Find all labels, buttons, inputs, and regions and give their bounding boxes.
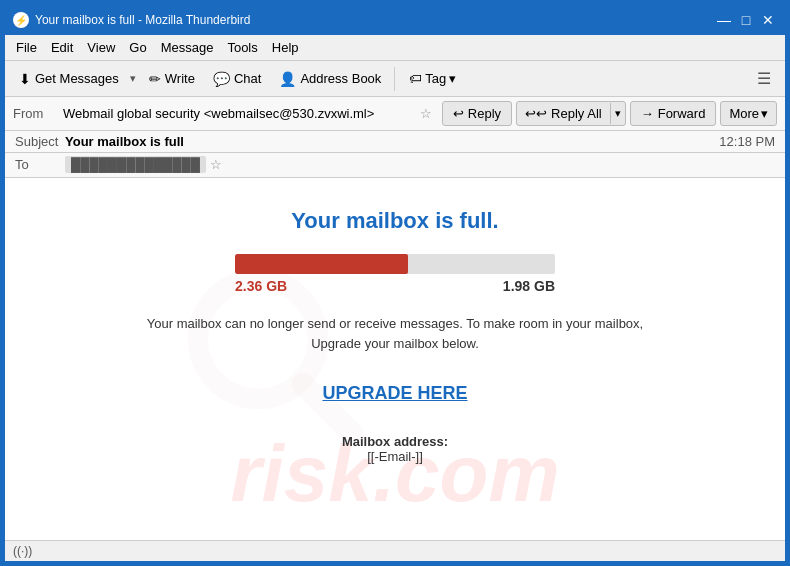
- get-messages-group: ⬇ Get Messages ▾: [11, 67, 139, 91]
- from-star-icon[interactable]: ☆: [420, 106, 432, 121]
- status-bar: ((·)): [5, 540, 785, 561]
- reply-all-dropdown[interactable]: ▾: [610, 103, 625, 124]
- email-timestamp: 12:18 PM: [719, 134, 775, 149]
- to-row: To ██████████████ ☆: [5, 153, 785, 178]
- chat-label: Chat: [234, 71, 261, 86]
- reply-all-label: Reply All: [551, 106, 602, 121]
- mailbox-info: Mailbox address: [[-Email-]]: [45, 434, 745, 464]
- get-messages-label: Get Messages: [35, 71, 119, 86]
- chat-icon: 💬: [213, 71, 230, 87]
- tag-icon: 🏷: [409, 71, 422, 86]
- window-title: Your mailbox is full - Mozilla Thunderbi…: [35, 13, 715, 27]
- tag-label: Tag: [425, 71, 446, 86]
- address-book-label: Address Book: [300, 71, 381, 86]
- email-body-title: Your mailbox is full.: [45, 208, 745, 234]
- address-book-button[interactable]: 👤 Address Book: [271, 67, 389, 91]
- reply-label: Reply: [468, 106, 501, 121]
- progress-bar-background: [235, 254, 555, 274]
- subject-row: Subject Your mailbox is full 12:18 PM: [5, 131, 785, 153]
- app-icon: ⚡: [13, 12, 29, 28]
- reply-buttons: ↩ Reply ↩↩ Reply All ▾ → Forward More ▾: [442, 101, 777, 126]
- email-content: Your mailbox is full. 2.36 GB 1.98 GB Yo…: [5, 178, 785, 494]
- address-book-icon: 👤: [279, 71, 296, 87]
- more-button[interactable]: More ▾: [720, 101, 777, 126]
- to-value: ██████████████: [65, 156, 206, 173]
- menu-message[interactable]: Message: [154, 37, 221, 58]
- get-messages-button[interactable]: ⬇ Get Messages: [11, 67, 127, 91]
- tag-button[interactable]: 🏷 Tag ▾: [400, 66, 465, 91]
- from-row: From Webmail global security <webmailsec…: [5, 97, 785, 131]
- mailbox-placeholder: [[-Email-]]: [367, 449, 423, 464]
- menu-edit[interactable]: Edit: [44, 37, 80, 58]
- close-button[interactable]: ✕: [759, 11, 777, 29]
- from-label: From: [13, 106, 63, 121]
- menu-file[interactable]: File: [9, 37, 44, 58]
- menu-view[interactable]: View: [80, 37, 122, 58]
- get-messages-icon: ⬇: [19, 71, 31, 87]
- tag-dropdown-icon: ▾: [449, 71, 456, 86]
- status-icon: ((·)): [13, 544, 32, 558]
- menu-bar: File Edit View Go Message Tools Help: [5, 35, 785, 61]
- reply-button[interactable]: ↩ Reply: [442, 101, 512, 126]
- reply-all-button[interactable]: ↩↩ Reply All: [517, 102, 610, 125]
- menu-go[interactable]: Go: [122, 37, 153, 58]
- forward-icon: →: [641, 106, 654, 121]
- maximize-button[interactable]: □: [737, 11, 755, 29]
- progress-bar-fill: [235, 254, 408, 274]
- more-label: More: [729, 106, 759, 121]
- email-body: Your mailbox is full. 2.36 GB 1.98 GB Yo…: [5, 178, 785, 540]
- write-label: Write: [165, 71, 195, 86]
- more-dropdown-icon: ▾: [761, 106, 768, 121]
- storage-used: 2.36 GB: [235, 278, 287, 294]
- upgrade-link[interactable]: UPGRADE HERE: [322, 383, 467, 404]
- reply-all-group: ↩↩ Reply All ▾: [516, 101, 626, 126]
- to-label: To: [15, 157, 65, 172]
- menu-help[interactable]: Help: [265, 37, 306, 58]
- mailbox-label: Mailbox address:: [342, 434, 448, 449]
- subject-label: Subject: [15, 134, 65, 149]
- progress-labels: 2.36 GB 1.98 GB: [235, 278, 555, 294]
- reply-all-arrow-icon: ↩↩: [525, 106, 547, 121]
- menu-tools[interactable]: Tools: [220, 37, 264, 58]
- get-messages-dropdown[interactable]: ▾: [127, 68, 139, 89]
- main-toolbar: ⬇ Get Messages ▾ ✏ Write 💬 Chat 👤 Addres…: [5, 61, 785, 97]
- minimize-button[interactable]: —: [715, 11, 733, 29]
- storage-progress: 2.36 GB 1.98 GB: [235, 254, 555, 294]
- forward-label: Forward: [658, 106, 706, 121]
- toolbar-menu-button[interactable]: ☰: [749, 65, 779, 92]
- write-button[interactable]: ✏ Write: [141, 67, 203, 91]
- window-controls: — □ ✕: [715, 11, 777, 29]
- toolbar-separator: [394, 67, 395, 91]
- chat-button[interactable]: 💬 Chat: [205, 67, 269, 91]
- storage-total: 1.98 GB: [503, 278, 555, 294]
- title-bar: ⚡ Your mailbox is full - Mozilla Thunder…: [5, 5, 785, 35]
- from-value: Webmail global security <webmailsec@530.…: [63, 106, 416, 121]
- to-star-icon[interactable]: ☆: [210, 157, 222, 172]
- body-description: Your mailbox can no longer send or recei…: [125, 314, 665, 353]
- forward-button[interactable]: → Forward: [630, 101, 717, 126]
- reply-arrow-icon: ↩: [453, 106, 464, 121]
- subject-value: Your mailbox is full: [65, 134, 719, 149]
- write-icon: ✏: [149, 71, 161, 87]
